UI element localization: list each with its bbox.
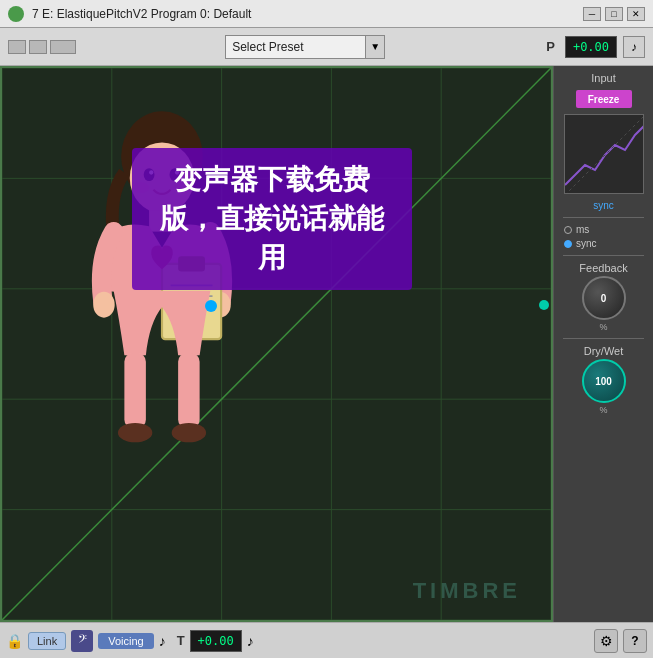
overlay-text: 变声器下载免费版，直接说话就能用 — [132, 148, 412, 290]
input-label: Input — [591, 72, 615, 84]
minimize-button[interactable]: ─ — [583, 7, 601, 21]
bottom-bar: 🔒 Link 𝄢 Voicing ♪ T +0.00 ♪ ⚙ ? — [0, 622, 653, 658]
divider-2 — [563, 255, 645, 256]
teal-dot-marker — [539, 300, 549, 310]
feedback-knob-area: Feedback 0 % — [579, 262, 627, 332]
midi-note-button[interactable]: ♪ — [623, 36, 645, 58]
pitch-label: P — [546, 39, 555, 54]
svg-point-31 — [118, 423, 152, 442]
sync-radio-group: ms sync — [558, 224, 597, 249]
window-title: 7 E: ElastiquePitchV2 Program 0: Default — [32, 7, 575, 21]
divider-3 — [563, 338, 645, 339]
close-button[interactable]: ✕ — [627, 7, 645, 21]
feedback-label: Feedback — [579, 262, 627, 274]
feedback-value: 0 — [601, 293, 607, 304]
right-panel: Input Freeze sync ms sync Feedback — [553, 66, 653, 622]
midi-note-icon-2[interactable]: ♪ — [247, 633, 254, 649]
gear-button[interactable]: ⚙ — [594, 629, 618, 653]
svg-rect-30 — [178, 353, 200, 428]
svg-point-32 — [172, 423, 206, 442]
drywet-knob-area: Dry/Wet 100 % — [582, 345, 626, 415]
sync-radio-row[interactable]: sync — [564, 238, 597, 249]
ms-label: ms — [576, 224, 589, 235]
drywet-knob[interactable]: 100 — [582, 359, 626, 403]
link-button[interactable]: Link — [28, 632, 66, 650]
drywet-value: 100 — [595, 376, 612, 387]
note-icon[interactable]: ♪ — [159, 633, 166, 649]
feedback-unit: % — [599, 322, 607, 332]
blue-dot-marker — [205, 300, 217, 312]
time-value-display: +0.00 — [190, 630, 242, 652]
drywet-label: Dry/Wet — [584, 345, 624, 357]
view-controls — [8, 40, 76, 54]
ms-radio-row[interactable]: ms — [564, 224, 597, 235]
pitch-value-display: +0.00 — [565, 36, 617, 58]
title-bar: 7 E: ElastiquePitchV2 Program 0: Default… — [0, 0, 653, 28]
drywet-unit: % — [599, 405, 607, 415]
feedback-knob[interactable]: 0 — [582, 276, 626, 320]
watermark-text: TIMBRE — [413, 578, 521, 604]
svg-rect-29 — [124, 353, 146, 428]
view-btn-3[interactable] — [50, 40, 76, 54]
toolbar: Select Preset ▼ P +0.00 ♪ — [0, 28, 653, 66]
preset-selector-group: Select Preset ▼ — [225, 35, 385, 59]
ms-radio[interactable] — [564, 226, 572, 234]
voicing-button[interactable]: Voicing — [98, 633, 153, 649]
main-container: 变声器下载免费版，直接说话就能用 TIMBRE Input Freeze syn… — [0, 66, 653, 622]
help-button[interactable]: ? — [623, 629, 647, 653]
sync-radio[interactable] — [564, 240, 572, 248]
sync-label[interactable]: sync — [593, 200, 614, 211]
pitch-graph — [564, 114, 644, 194]
maximize-button[interactable]: □ — [605, 7, 623, 21]
freeze-button[interactable]: Freeze — [576, 90, 632, 108]
clef-button[interactable]: 𝄢 — [71, 630, 93, 652]
view-btn-2[interactable] — [29, 40, 47, 54]
svg-point-22 — [93, 292, 115, 318]
lock-icon[interactable]: 🔒 — [6, 633, 23, 649]
view-btn-1[interactable] — [8, 40, 26, 54]
time-label: T — [177, 633, 185, 648]
divider-1 — [563, 217, 645, 218]
app-icon — [8, 6, 24, 22]
preset-dropdown-arrow[interactable]: ▼ — [365, 35, 385, 59]
sync-radio-label: sync — [576, 238, 597, 249]
preset-select[interactable]: Select Preset — [225, 35, 365, 59]
window-controls[interactable]: ─ □ ✕ — [583, 7, 645, 21]
canvas-area[interactable]: 变声器下载免费版，直接说话就能用 TIMBRE — [0, 66, 553, 622]
